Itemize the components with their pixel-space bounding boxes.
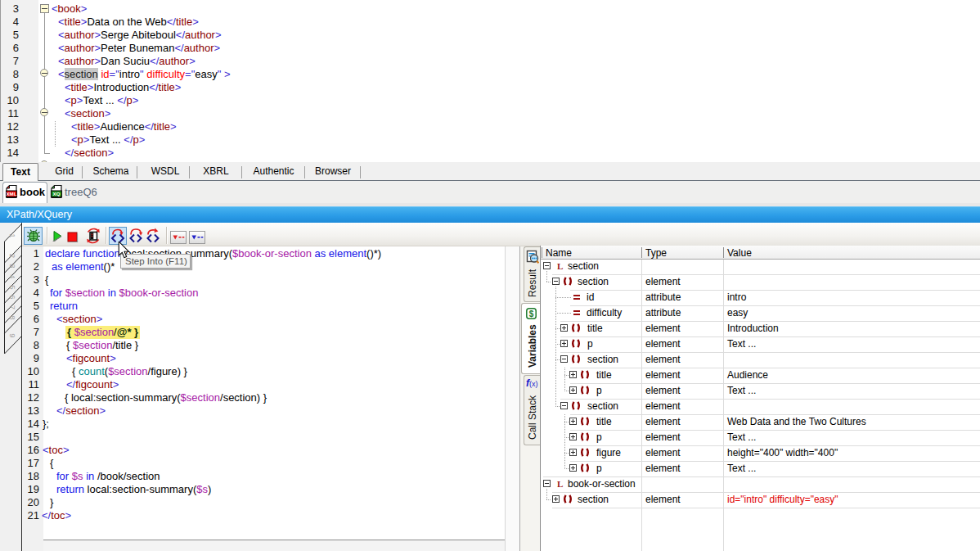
svg-text:XML: XML: [6, 191, 16, 196]
svg-text:6: 6: [8, 295, 17, 299]
svg-text:XQ: XQ: [53, 191, 61, 196]
svg-text:5: 5: [8, 285, 17, 289]
svg-text:7: 7: [8, 305, 17, 309]
svg-text:1: 1: [8, 233, 17, 237]
svg-text:8: 8: [8, 315, 17, 319]
svg-text:3: 3: [8, 264, 17, 268]
svg-text:9: 9: [8, 333, 17, 337]
svg-text:2: 2: [8, 254, 17, 258]
svg-text:$: $: [529, 309, 534, 318]
svg-text:4: 4: [8, 274, 17, 278]
